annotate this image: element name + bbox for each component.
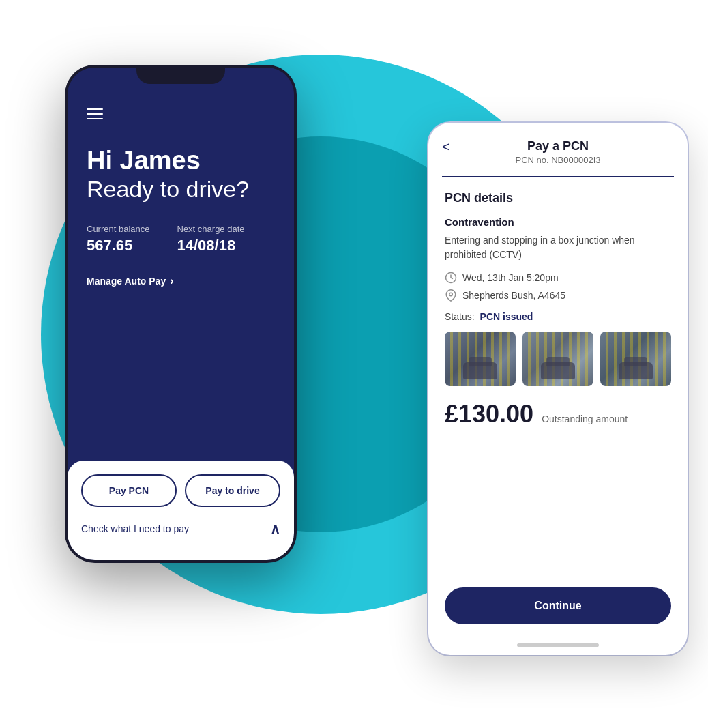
check-pay-text: Check what I need to pay	[81, 523, 189, 534]
chevron-right-icon: ›	[170, 275, 173, 287]
phone-bottom-section: Pay PCN Pay to drive Check what I need t…	[68, 461, 294, 560]
manage-auto-pay-link[interactable]: Manage Auto Pay ›	[87, 275, 275, 287]
pcn-section-title: PCN details	[445, 191, 671, 205]
pcn-location-row: Shepherds Bush, A4645	[445, 289, 671, 302]
pcn-contravention-label: Contravention	[445, 216, 671, 228]
check-pay-row[interactable]: Check what I need to pay ∧	[81, 518, 280, 540]
pcn-datetime-row: Wed, 13th Jan 5:20pm	[445, 272, 671, 284]
pay-pcn-button[interactable]: Pay PCN	[81, 474, 177, 507]
scene: Hi James Ready to drive? Current balance…	[0, 0, 708, 728]
pcn-status-row: Status: PCN issued	[445, 311, 671, 322]
back-button[interactable]: <	[442, 139, 450, 155]
balance-value: 567.65	[87, 237, 150, 254]
pcn-amount-label: Outstanding amount	[542, 413, 628, 424]
pcn-body: PCN details Contravention Entering and s…	[428, 177, 688, 587]
balance-section: Current balance 567.65 Next charge date …	[87, 224, 275, 254]
pcn-title-sub: PCN no. NB000002I3	[515, 155, 600, 165]
phone-content-blue: Hi James Ready to drive? Current balance…	[68, 68, 294, 447]
pcn-image-2	[522, 332, 593, 386]
home-indicator	[517, 643, 599, 647]
hamburger-line-1	[87, 108, 103, 110]
balance-label: Current balance	[87, 224, 150, 234]
pcn-header: < Pay a PCN PCN no. NB000002I3	[428, 123, 688, 165]
phone-notch	[136, 65, 225, 84]
greeting-sub: Ready to drive?	[87, 175, 275, 203]
pcn-datetime: Wed, 13th Jan 5:20pm	[462, 272, 559, 283]
pcn-title-main: Pay a PCN	[515, 139, 600, 154]
pcn-contravention-desc: Entering and stopping in a box junction …	[445, 233, 671, 262]
pcn-image-3	[600, 332, 671, 386]
location-pin-icon	[445, 289, 457, 302]
phone-right: < Pay a PCN PCN no. NB000002I3 PCN detai…	[428, 123, 688, 655]
pcn-amount: £130.00	[445, 400, 533, 428]
hamburger-menu-icon[interactable]	[87, 108, 103, 119]
pcn-amount-row: £130.00 Outstanding amount	[445, 400, 671, 428]
clock-icon	[445, 272, 457, 284]
manage-auto-pay-text: Manage Auto Pay	[87, 276, 166, 287]
pay-to-drive-button[interactable]: Pay to drive	[185, 474, 280, 507]
continue-button[interactable]: Continue	[445, 587, 671, 624]
pcn-image-1	[445, 332, 516, 386]
chevron-up-icon: ∧	[270, 521, 280, 537]
phone-left: Hi James Ready to drive? Current balance…	[65, 65, 297, 563]
phone-left-inner: Hi James Ready to drive? Current balance…	[68, 68, 294, 560]
hamburger-line-2	[87, 113, 103, 115]
charge-date-label: Next charge date	[177, 224, 245, 234]
balance-item-charge: Next charge date 14/08/18	[177, 224, 245, 254]
status-value: PCN issued	[480, 311, 533, 322]
status-label: Status:	[445, 311, 475, 322]
svg-point-1	[449, 293, 453, 296]
hamburger-line-3	[87, 118, 103, 119]
pcn-title: Pay a PCN PCN no. NB000002I3	[515, 139, 600, 165]
greeting-name: Hi James	[87, 147, 275, 175]
balance-item-current: Current balance 567.65	[87, 224, 150, 254]
action-buttons: Pay PCN Pay to drive	[81, 474, 280, 507]
pcn-images	[445, 332, 671, 386]
pcn-location: Shepherds Bush, A4645	[462, 290, 565, 301]
charge-date-value: 14/08/18	[177, 237, 245, 254]
